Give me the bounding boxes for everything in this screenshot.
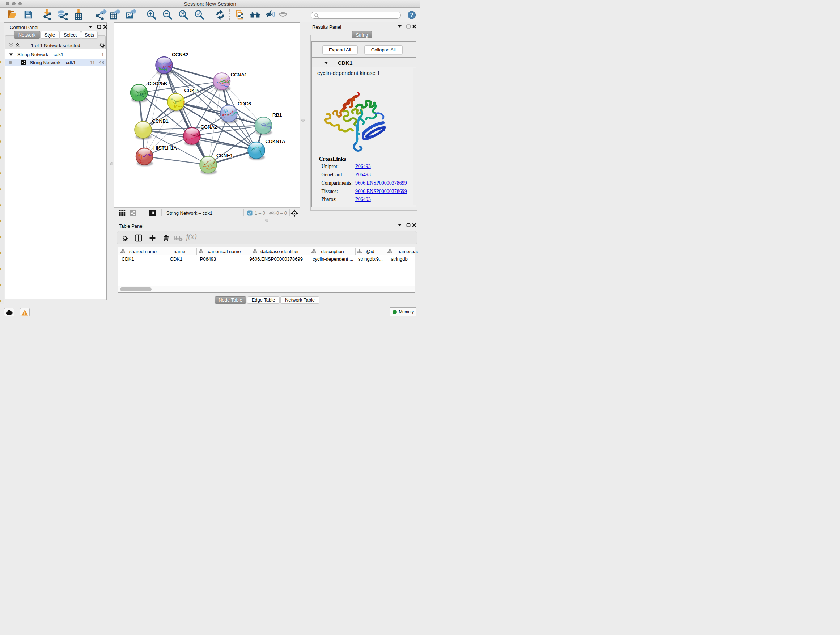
svg-text:CCNE1: CCNE1 bbox=[216, 153, 233, 158]
svg-text:CDC25B: CDC25B bbox=[148, 81, 167, 86]
svg-text:CCNA1: CCNA1 bbox=[231, 72, 248, 78]
svg-text:CCNA2: CCNA2 bbox=[201, 124, 218, 130]
svg-text:HIST1H1A: HIST1H1A bbox=[153, 145, 177, 150]
svg-text:RB1: RB1 bbox=[272, 112, 282, 118]
svg-text:CDC6: CDC6 bbox=[238, 101, 251, 106]
svg-text:CCNB2: CCNB2 bbox=[172, 52, 188, 57]
svg-text:CCNB1: CCNB1 bbox=[152, 119, 169, 124]
svg-text:CDKN1A: CDKN1A bbox=[265, 139, 286, 144]
svg-text:CDK1: CDK1 bbox=[185, 88, 197, 93]
